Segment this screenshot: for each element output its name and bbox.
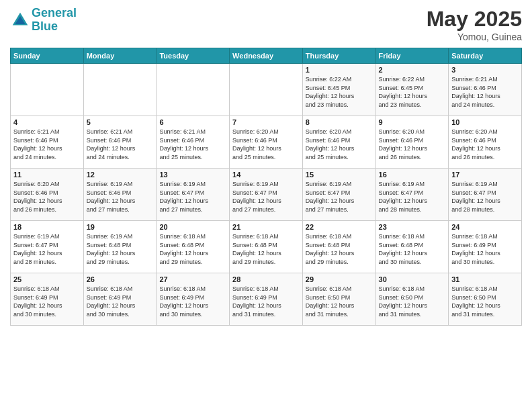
day-info: Sunrise: 6:18 AMSunset: 6:49 PMDaylight:… [13,285,81,318]
logo-icon [10,10,30,30]
cell-w2-d5: 8Sunrise: 6:20 AMSunset: 6:46 PMDaylight… [302,116,375,169]
page: General Blue May 2025 Yomou, Guinea Sund… [0,0,532,411]
day-info: Sunrise: 6:20 AMSunset: 6:46 PMDaylight:… [232,128,300,161]
day-info: Sunrise: 6:18 AMSunset: 6:48 PMDaylight:… [159,232,226,266]
day-number: 16 [379,171,446,179]
cell-w1-d6: 2Sunrise: 6:22 AMSunset: 6:45 PMDaylight… [375,64,449,116]
cell-w5-d5: 29Sunrise: 6:18 AMSunset: 6:50 PMDayligh… [302,273,375,326]
week-row-1: 1Sunrise: 6:22 AMSunset: 6:45 PMDaylight… [11,64,522,116]
day-number: 9 [379,118,446,126]
cell-w2-d6: 9Sunrise: 6:20 AMSunset: 6:46 PMDaylight… [375,116,449,169]
cell-w3-d6: 16Sunrise: 6:19 AMSunset: 6:47 PMDayligh… [375,169,449,221]
day-info: Sunrise: 6:18 AMSunset: 6:48 PMDaylight:… [306,232,373,266]
cell-w2-d7: 10Sunrise: 6:20 AMSunset: 6:46 PMDayligh… [449,116,522,169]
cell-w1-d7: 3Sunrise: 6:21 AMSunset: 6:46 PMDaylight… [449,64,522,116]
day-info: Sunrise: 6:19 AMSunset: 6:47 PMDaylight:… [159,180,226,214]
day-info: Sunrise: 6:19 AMSunset: 6:47 PMDaylight:… [13,232,81,266]
logo: General Blue [10,7,77,34]
day-info: Sunrise: 6:22 AMSunset: 6:45 PMDaylight:… [379,75,446,109]
day-info: Sunrise: 6:18 AMSunset: 6:49 PMDaylight:… [451,232,519,266]
day-number: 1 [306,66,373,74]
col-friday: Friday [375,48,449,64]
cell-w3-d1: 11Sunrise: 6:20 AMSunset: 6:46 PMDayligh… [11,169,84,221]
subtitle: Yomou, Guinea [427,32,522,42]
cell-w2-d4: 7Sunrise: 6:20 AMSunset: 6:46 PMDaylight… [230,116,303,169]
day-info: Sunrise: 6:21 AMSunset: 6:46 PMDaylight:… [159,128,226,161]
col-tuesday: Tuesday [157,48,230,64]
day-info: Sunrise: 6:21 AMSunset: 6:46 PMDaylight:… [13,128,81,161]
calendar-header: Sunday Monday Tuesday Wednesday Thursday… [11,48,522,64]
cell-w4-d2: 19Sunrise: 6:19 AMSunset: 6:48 PMDayligh… [83,221,157,273]
day-info: Sunrise: 6:18 AMSunset: 6:49 PMDaylight:… [87,285,154,318]
day-number: 27 [159,275,226,283]
day-info: Sunrise: 6:20 AMSunset: 6:46 PMDaylight:… [13,180,81,214]
day-number: 31 [451,275,519,283]
cell-w1-d3 [157,64,230,116]
day-info: Sunrise: 6:19 AMSunset: 6:46 PMDaylight:… [87,180,154,214]
cell-w2-d3: 6Sunrise: 6:21 AMSunset: 6:46 PMDaylight… [157,116,230,169]
day-number: 28 [232,275,300,283]
day-info: Sunrise: 6:19 AMSunset: 6:48 PMDaylight:… [87,232,154,266]
cell-w4-d6: 23Sunrise: 6:18 AMSunset: 6:48 PMDayligh… [375,221,449,273]
day-info: Sunrise: 6:21 AMSunset: 6:46 PMDaylight:… [87,128,154,161]
cell-w5-d7: 31Sunrise: 6:18 AMSunset: 6:50 PMDayligh… [449,273,522,326]
cell-w1-d5: 1Sunrise: 6:22 AMSunset: 6:45 PMDaylight… [302,64,375,116]
col-thursday: Thursday [302,48,375,64]
day-number: 10 [451,118,519,126]
cell-w2-d1: 4Sunrise: 6:21 AMSunset: 6:46 PMDaylight… [11,116,84,169]
logo-line2: Blue [32,19,58,33]
day-number: 30 [379,275,446,283]
day-info: Sunrise: 6:18 AMSunset: 6:50 PMDaylight:… [306,285,373,318]
col-saturday: Saturday [449,48,522,64]
day-number: 7 [232,118,300,126]
day-info: Sunrise: 6:18 AMSunset: 6:49 PMDaylight:… [232,285,300,318]
cell-w3-d5: 15Sunrise: 6:19 AMSunset: 6:47 PMDayligh… [302,169,375,221]
cell-w3-d3: 13Sunrise: 6:19 AMSunset: 6:47 PMDayligh… [157,169,230,221]
cell-w4-d3: 20Sunrise: 6:18 AMSunset: 6:48 PMDayligh… [157,221,230,273]
day-number: 2 [379,66,446,74]
week-row-2: 4Sunrise: 6:21 AMSunset: 6:46 PMDaylight… [11,116,522,169]
cell-w5-d3: 27Sunrise: 6:18 AMSunset: 6:49 PMDayligh… [157,273,230,326]
day-info: Sunrise: 6:18 AMSunset: 6:48 PMDaylight:… [232,232,300,266]
cell-w2-d2: 5Sunrise: 6:21 AMSunset: 6:46 PMDaylight… [83,116,157,169]
logo-line1: General [32,6,77,19]
day-number: 22 [306,223,373,231]
cell-w1-d4 [230,64,303,116]
cell-w4-d5: 22Sunrise: 6:18 AMSunset: 6:48 PMDayligh… [302,221,375,273]
day-number: 23 [379,223,446,231]
day-number: 15 [306,171,373,179]
day-number: 19 [87,223,154,231]
day-number: 6 [159,118,226,126]
day-info: Sunrise: 6:19 AMSunset: 6:47 PMDaylight:… [232,180,300,214]
header-row: Sunday Monday Tuesday Wednesday Thursday… [11,48,522,64]
cell-w4-d7: 24Sunrise: 6:18 AMSunset: 6:49 PMDayligh… [449,221,522,273]
day-number: 18 [13,223,81,231]
main-title: May 2025 [427,7,522,32]
day-number: 17 [451,171,519,179]
day-number: 8 [306,118,373,126]
day-number: 5 [87,118,154,126]
day-number: 25 [13,275,81,283]
calendar-body: 1Sunrise: 6:22 AMSunset: 6:45 PMDaylight… [11,64,522,326]
day-number: 4 [13,118,81,126]
cell-w3-d2: 12Sunrise: 6:19 AMSunset: 6:46 PMDayligh… [83,169,157,221]
day-number: 21 [232,223,300,231]
day-info: Sunrise: 6:21 AMSunset: 6:46 PMDaylight:… [451,75,519,109]
col-monday: Monday [83,48,157,64]
day-number: 12 [87,171,154,179]
col-wednesday: Wednesday [230,48,303,64]
day-number: 14 [232,171,300,179]
calendar: Sunday Monday Tuesday Wednesday Thursday… [10,48,522,326]
cell-w1-d1 [11,64,84,116]
cell-w4-d4: 21Sunrise: 6:18 AMSunset: 6:48 PMDayligh… [230,221,303,273]
cell-w3-d7: 17Sunrise: 6:19 AMSunset: 6:47 PMDayligh… [449,169,522,221]
day-info: Sunrise: 6:22 AMSunset: 6:45 PMDaylight:… [306,75,373,109]
day-number: 3 [451,66,519,74]
cell-w4-d1: 18Sunrise: 6:19 AMSunset: 6:47 PMDayligh… [11,221,84,273]
title-block: May 2025 Yomou, Guinea [427,7,522,42]
cell-w5-d4: 28Sunrise: 6:18 AMSunset: 6:49 PMDayligh… [230,273,303,326]
day-number: 11 [13,171,81,179]
header: General Blue May 2025 Yomou, Guinea [10,7,522,42]
week-row-5: 25Sunrise: 6:18 AMSunset: 6:49 PMDayligh… [11,273,522,326]
day-info: Sunrise: 6:19 AMSunset: 6:47 PMDaylight:… [451,180,519,214]
